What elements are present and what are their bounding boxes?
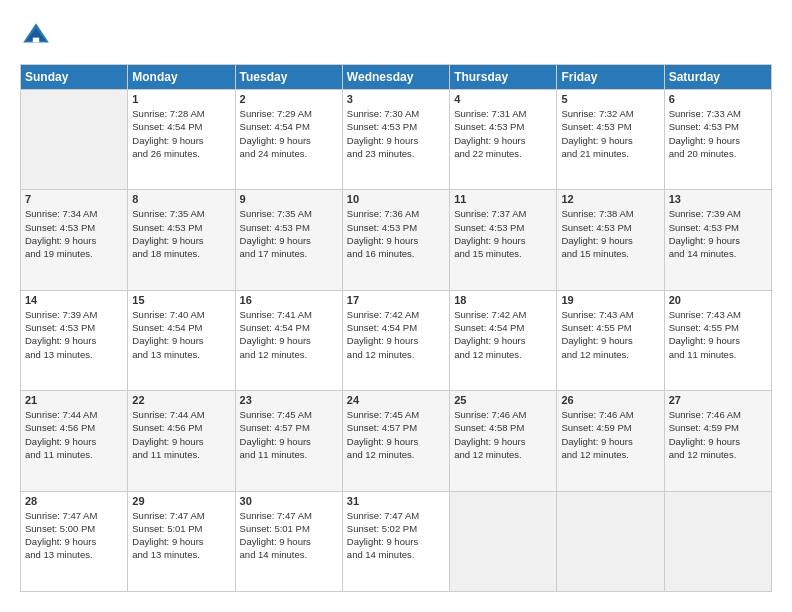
day-number: 7 <box>25 193 123 205</box>
day-cell <box>664 491 771 591</box>
day-number: 3 <box>347 93 445 105</box>
day-cell: 10Sunrise: 7:36 AMSunset: 4:53 PMDayligh… <box>342 190 449 290</box>
day-number: 20 <box>669 294 767 306</box>
day-info: Sunrise: 7:46 AMSunset: 4:58 PMDaylight:… <box>454 408 552 461</box>
day-info: Sunrise: 7:40 AMSunset: 4:54 PMDaylight:… <box>132 308 230 361</box>
day-cell: 15Sunrise: 7:40 AMSunset: 4:54 PMDayligh… <box>128 290 235 390</box>
day-cell: 12Sunrise: 7:38 AMSunset: 4:53 PMDayligh… <box>557 190 664 290</box>
day-number: 17 <box>347 294 445 306</box>
day-cell: 5Sunrise: 7:32 AMSunset: 4:53 PMDaylight… <box>557 90 664 190</box>
day-info: Sunrise: 7:29 AMSunset: 4:54 PMDaylight:… <box>240 107 338 160</box>
calendar-table: SundayMondayTuesdayWednesdayThursdayFrid… <box>20 64 772 592</box>
header-cell-saturday: Saturday <box>664 65 771 90</box>
day-info: Sunrise: 7:45 AMSunset: 4:57 PMDaylight:… <box>240 408 338 461</box>
day-cell: 24Sunrise: 7:45 AMSunset: 4:57 PMDayligh… <box>342 391 449 491</box>
day-cell: 6Sunrise: 7:33 AMSunset: 4:53 PMDaylight… <box>664 90 771 190</box>
day-number: 2 <box>240 93 338 105</box>
day-cell: 28Sunrise: 7:47 AMSunset: 5:00 PMDayligh… <box>21 491 128 591</box>
day-number: 22 <box>132 394 230 406</box>
day-cell: 18Sunrise: 7:42 AMSunset: 4:54 PMDayligh… <box>450 290 557 390</box>
day-number: 25 <box>454 394 552 406</box>
day-cell: 1Sunrise: 7:28 AMSunset: 4:54 PMDaylight… <box>128 90 235 190</box>
day-number: 24 <box>347 394 445 406</box>
day-info: Sunrise: 7:30 AMSunset: 4:53 PMDaylight:… <box>347 107 445 160</box>
day-number: 13 <box>669 193 767 205</box>
week-row-2: 7Sunrise: 7:34 AMSunset: 4:53 PMDaylight… <box>21 190 772 290</box>
day-cell: 13Sunrise: 7:39 AMSunset: 4:53 PMDayligh… <box>664 190 771 290</box>
day-number: 18 <box>454 294 552 306</box>
header-cell-monday: Monday <box>128 65 235 90</box>
day-cell: 17Sunrise: 7:42 AMSunset: 4:54 PMDayligh… <box>342 290 449 390</box>
day-info: Sunrise: 7:31 AMSunset: 4:53 PMDaylight:… <box>454 107 552 160</box>
day-number: 27 <box>669 394 767 406</box>
day-cell: 2Sunrise: 7:29 AMSunset: 4:54 PMDaylight… <box>235 90 342 190</box>
day-info: Sunrise: 7:42 AMSunset: 4:54 PMDaylight:… <box>454 308 552 361</box>
header-cell-wednesday: Wednesday <box>342 65 449 90</box>
day-info: Sunrise: 7:39 AMSunset: 4:53 PMDaylight:… <box>669 207 767 260</box>
day-cell <box>450 491 557 591</box>
header-cell-tuesday: Tuesday <box>235 65 342 90</box>
day-cell: 11Sunrise: 7:37 AMSunset: 4:53 PMDayligh… <box>450 190 557 290</box>
day-cell: 4Sunrise: 7:31 AMSunset: 4:53 PMDaylight… <box>450 90 557 190</box>
day-number: 12 <box>561 193 659 205</box>
svg-rect-2 <box>33 38 39 43</box>
day-number: 30 <box>240 495 338 507</box>
day-info: Sunrise: 7:46 AMSunset: 4:59 PMDaylight:… <box>561 408 659 461</box>
day-cell: 26Sunrise: 7:46 AMSunset: 4:59 PMDayligh… <box>557 391 664 491</box>
day-cell: 23Sunrise: 7:45 AMSunset: 4:57 PMDayligh… <box>235 391 342 491</box>
day-number: 8 <box>132 193 230 205</box>
day-info: Sunrise: 7:32 AMSunset: 4:53 PMDaylight:… <box>561 107 659 160</box>
day-info: Sunrise: 7:35 AMSunset: 4:53 PMDaylight:… <box>240 207 338 260</box>
day-cell: 8Sunrise: 7:35 AMSunset: 4:53 PMDaylight… <box>128 190 235 290</box>
day-number: 15 <box>132 294 230 306</box>
day-cell: 22Sunrise: 7:44 AMSunset: 4:56 PMDayligh… <box>128 391 235 491</box>
day-info: Sunrise: 7:41 AMSunset: 4:54 PMDaylight:… <box>240 308 338 361</box>
day-number: 14 <box>25 294 123 306</box>
day-info: Sunrise: 7:47 AMSunset: 5:01 PMDaylight:… <box>132 509 230 562</box>
day-info: Sunrise: 7:35 AMSunset: 4:53 PMDaylight:… <box>132 207 230 260</box>
day-info: Sunrise: 7:43 AMSunset: 4:55 PMDaylight:… <box>669 308 767 361</box>
day-number: 5 <box>561 93 659 105</box>
page: SundayMondayTuesdayWednesdayThursdayFrid… <box>0 0 792 612</box>
day-cell: 7Sunrise: 7:34 AMSunset: 4:53 PMDaylight… <box>21 190 128 290</box>
day-number: 21 <box>25 394 123 406</box>
day-number: 28 <box>25 495 123 507</box>
day-number: 16 <box>240 294 338 306</box>
header-cell-thursday: Thursday <box>450 65 557 90</box>
week-row-5: 28Sunrise: 7:47 AMSunset: 5:00 PMDayligh… <box>21 491 772 591</box>
day-cell: 20Sunrise: 7:43 AMSunset: 4:55 PMDayligh… <box>664 290 771 390</box>
day-info: Sunrise: 7:33 AMSunset: 4:53 PMDaylight:… <box>669 107 767 160</box>
day-cell: 29Sunrise: 7:47 AMSunset: 5:01 PMDayligh… <box>128 491 235 591</box>
day-cell: 27Sunrise: 7:46 AMSunset: 4:59 PMDayligh… <box>664 391 771 491</box>
day-number: 31 <box>347 495 445 507</box>
day-number: 29 <box>132 495 230 507</box>
day-cell: 14Sunrise: 7:39 AMSunset: 4:53 PMDayligh… <box>21 290 128 390</box>
day-info: Sunrise: 7:39 AMSunset: 4:53 PMDaylight:… <box>25 308 123 361</box>
day-number: 10 <box>347 193 445 205</box>
day-cell <box>557 491 664 591</box>
day-cell: 30Sunrise: 7:47 AMSunset: 5:01 PMDayligh… <box>235 491 342 591</box>
day-number: 19 <box>561 294 659 306</box>
logo <box>20 20 56 52</box>
day-cell: 25Sunrise: 7:46 AMSunset: 4:58 PMDayligh… <box>450 391 557 491</box>
day-info: Sunrise: 7:36 AMSunset: 4:53 PMDaylight:… <box>347 207 445 260</box>
day-info: Sunrise: 7:34 AMSunset: 4:53 PMDaylight:… <box>25 207 123 260</box>
day-number: 9 <box>240 193 338 205</box>
header-cell-sunday: Sunday <box>21 65 128 90</box>
day-info: Sunrise: 7:42 AMSunset: 4:54 PMDaylight:… <box>347 308 445 361</box>
day-number: 26 <box>561 394 659 406</box>
day-number: 11 <box>454 193 552 205</box>
day-info: Sunrise: 7:44 AMSunset: 4:56 PMDaylight:… <box>25 408 123 461</box>
day-cell: 3Sunrise: 7:30 AMSunset: 4:53 PMDaylight… <box>342 90 449 190</box>
day-number: 4 <box>454 93 552 105</box>
day-cell <box>21 90 128 190</box>
day-number: 23 <box>240 394 338 406</box>
day-info: Sunrise: 7:44 AMSunset: 4:56 PMDaylight:… <box>132 408 230 461</box>
day-cell: 16Sunrise: 7:41 AMSunset: 4:54 PMDayligh… <box>235 290 342 390</box>
day-info: Sunrise: 7:43 AMSunset: 4:55 PMDaylight:… <box>561 308 659 361</box>
day-info: Sunrise: 7:47 AMSunset: 5:00 PMDaylight:… <box>25 509 123 562</box>
day-info: Sunrise: 7:47 AMSunset: 5:01 PMDaylight:… <box>240 509 338 562</box>
week-row-3: 14Sunrise: 7:39 AMSunset: 4:53 PMDayligh… <box>21 290 772 390</box>
week-row-4: 21Sunrise: 7:44 AMSunset: 4:56 PMDayligh… <box>21 391 772 491</box>
day-cell: 19Sunrise: 7:43 AMSunset: 4:55 PMDayligh… <box>557 290 664 390</box>
